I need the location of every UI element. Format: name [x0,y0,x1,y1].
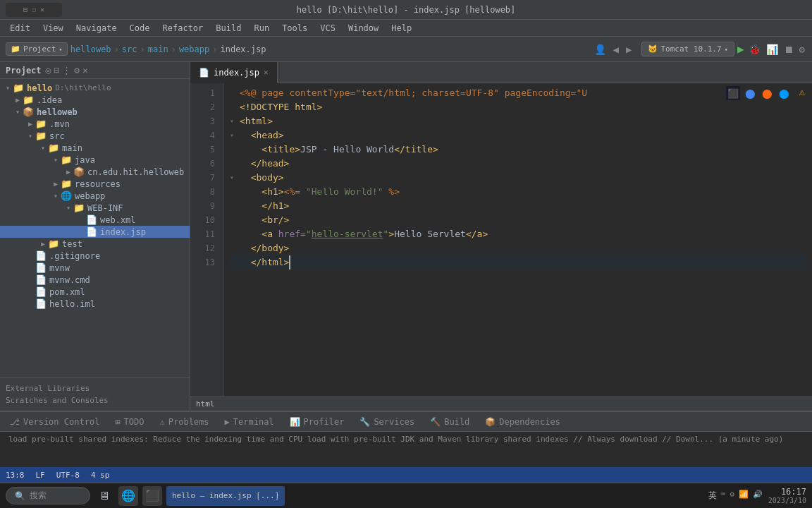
menu-tools[interactable]: Tools [276,22,313,35]
profiler-icon: 📊 [290,417,300,427]
taskbar-chrome-icon[interactable]: 🌐 [118,486,138,506]
tab-indexjsp[interactable]: 📄 index.jsp ✕ [190,62,278,83]
tree-item-hello[interactable]: ▾ 📁 hello D:\hit\hello [0,82,190,94]
tree-item-resources[interactable]: ▶ 📁 resources [0,178,190,190]
version-control-icon: ⎇ [10,417,20,427]
tab-todo[interactable]: ⊞ TODO [108,413,151,431]
tree-item-helloweb[interactable]: ▾ 📦 helloweb [0,106,190,118]
tree-item-gitignore[interactable]: ▶ 📄 .gitignore [0,250,190,262]
settings-sys-icon[interactable]: ⚙ [730,490,734,502]
expand-arrow-webapp[interactable]: ▾ [51,192,61,200]
lang-icon[interactable]: 英 [708,490,717,502]
tab-problems[interactable]: ⚠ Problems [153,413,216,431]
expand-arrow-java[interactable]: ▾ [51,156,61,164]
taskbar-search[interactable]: 🔍 搜索 [6,487,90,504]
profile-icon[interactable]: 👤 [593,42,608,56]
tree-item-test[interactable]: ▶ 📁 test [0,238,190,250]
breadcrumb-file[interactable]: index.jsp [220,44,266,54]
tree-item-package[interactable]: ▶ 📦 cn.edu.hit.helloweb [0,166,190,178]
menu-refactor[interactable]: Refactor [157,22,209,35]
taskbar-desktop-icon[interactable]: 🖥 [94,486,114,506]
tree-item-java[interactable]: ▾ 📁 java [0,154,190,166]
tree-item-mvnw-cmd[interactable]: ▶ 📄 mvnw.cmd [0,274,190,286]
tab-build[interactable]: 🔨 Build [423,413,476,431]
tree-item-mvn[interactable]: ▶ 📁 .mvn [0,118,190,130]
expand-arrow-mvn[interactable]: ▶ [25,120,35,128]
external-libraries[interactable]: External Libraries [6,382,184,394]
safari-icon[interactable]: ⬤ [777,86,791,100]
menu-code[interactable]: Code [124,22,156,35]
scratches-and-consoles[interactable]: Scratches and Consoles [6,394,184,406]
expand-arrow-helloweb[interactable]: ▾ [13,108,23,116]
code-content[interactable]: <%@ page contentType="text/html; charset… [224,83,812,397]
tree-item-helloadiml[interactable]: ▶ 📄 hello.iml [0,298,190,310]
expand-arrow-pkg[interactable]: ▶ [63,168,73,176]
tab-profiler[interactable]: 📊 Profiler [283,413,352,431]
code-line-11: <a href="hello-servlet">Hello Servlet</a… [230,227,806,241]
tomcat-selector[interactable]: 🐱 Tomcat 10.1.7 ▾ [641,42,734,56]
expand-arrow-src[interactable]: ▾ [25,132,35,140]
folder-icon: 📁 [73,202,85,213]
tree-item-pomxml[interactable]: ▶ 📄 pom.xml [0,286,190,298]
breadcrumb-src[interactable]: src [122,44,137,54]
tab-version-control[interactable]: ⎇ Version Control [3,413,106,431]
tab-terminal[interactable]: ▶ Terminal [218,413,281,431]
network-icon[interactable]: 📶 [739,490,749,502]
volume-icon[interactable]: 🔊 [753,490,763,502]
forward-icon[interactable]: ▶ [625,42,633,56]
expand-arrow-idea[interactable]: ▶ [13,96,23,104]
sidebar-footer: External Libraries Scratches and Console… [0,377,190,411]
menu-help[interactable]: Help [386,22,417,35]
tab-dependencies[interactable]: 📦 Dependencies [478,413,567,431]
firefox-icon[interactable]: ⬤ [760,86,774,100]
menu-run[interactable]: Run [248,22,275,35]
run-button[interactable]: ▶ [737,42,744,56]
taskbar-right: 英 ⌨ ⚙ 📶 🔊 16:17 2023/3/10 [708,487,806,504]
warning-icon[interactable]: ⚠ [799,86,805,97]
expand-arrow-main[interactable]: ▾ [38,144,48,152]
profile-run-icon[interactable]: 📊 [765,42,780,56]
more-icon[interactable]: ⚙ [798,42,806,56]
project-selector[interactable]: 📁 Project ▾ [6,42,68,56]
breadcrumb-main[interactable]: main [148,44,168,54]
expand-arrow-res[interactable]: ▶ [51,180,61,188]
todo-icon: ⊞ [115,417,120,427]
menu-window[interactable]: Window [343,22,384,35]
tree-item-indexjsp[interactable]: ▶ 📄 index.jsp [0,226,190,238]
collapse-icon[interactable]: ⊟ [54,65,59,75]
file-type-label[interactable]: html [196,399,215,409]
tree-item-mvnw[interactable]: ▶ 📄 mvnw [0,262,190,274]
file-icon: 📄 [35,262,47,273]
tree-item-main[interactable]: ▾ 📁 main [0,142,190,154]
breadcrumb-webapp[interactable]: webapp [179,44,209,54]
chrome-icon[interactable]: ⬤ [743,86,757,100]
expand-arrow-test[interactable]: ▶ [38,240,48,248]
settings-icon[interactable]: ⚙ [74,65,80,75]
tree-item-webinf[interactable]: ▾ 📁 WEB-INF [0,202,190,214]
taskbar-intellij-icon[interactable]: ⬛ [142,486,162,506]
expand-arrow-webinf[interactable]: ▾ [63,204,73,212]
tree-item-webxml[interactable]: ▶ 📄 web.xml [0,214,190,226]
tab-close-button[interactable]: ✕ [264,68,269,77]
stop-icon[interactable]: ⏹ [782,42,795,56]
menu-vcs[interactable]: VCS [314,22,341,35]
coverage-icon[interactable]: 🐞 [747,42,762,56]
locate-icon[interactable]: ◎ [46,65,51,75]
back-icon[interactable]: ◀ [612,42,620,56]
tree-item-src[interactable]: ▾ 📁 src [0,130,190,142]
window-controls[interactable]: ⊟ ☐ ✕ [6,3,62,17]
tree-item-idea[interactable]: ▶ 📁 .idea [0,94,190,106]
menu-view[interactable]: View [37,22,69,35]
menu-edit[interactable]: Edit [4,22,36,35]
menu-navigate[interactable]: Navigate [70,22,123,35]
tab-services[interactable]: 🔧 Services [352,413,422,431]
expand-arrow[interactable]: ▾ [3,84,13,92]
keyboard-icon[interactable]: ⌨ [721,490,726,502]
dark-browser-icon[interactable]: ⬛ [726,86,740,100]
breadcrumb-app[interactable]: helloweb [70,44,111,54]
menu-build[interactable]: Build [210,22,247,35]
tree-item-webapp[interactable]: ▾ 🌐 webapp [0,190,190,202]
taskbar-window-btn[interactable]: hello — index.jsp [...] [166,486,285,506]
close-sidebar-icon[interactable]: ✕ [82,65,88,75]
options-icon[interactable]: ⋮ [62,65,71,75]
